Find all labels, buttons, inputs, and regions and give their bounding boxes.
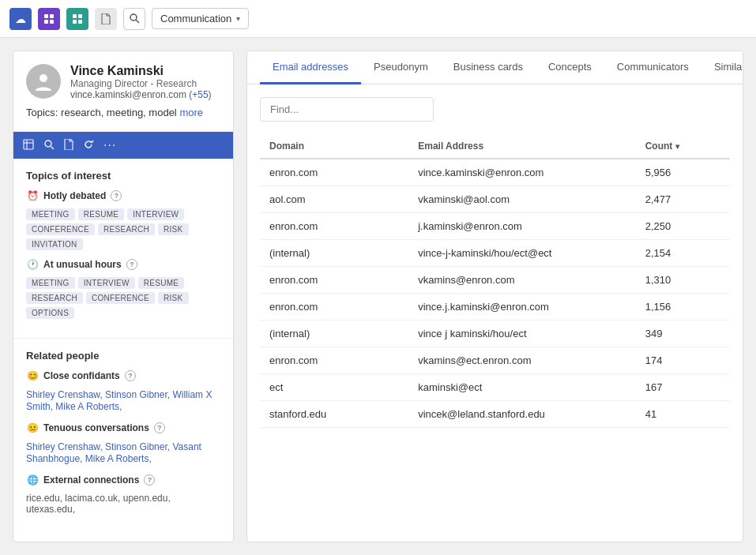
svg-line-15 [51, 146, 55, 149]
more-topics-link[interactable]: more [179, 107, 203, 118]
right-panel: Email addressesPseudonymBusiness cardsCo… [246, 51, 743, 542]
topics-title: Topics of interest [26, 170, 220, 182]
email-cell: vkamins@enron.com [408, 267, 635, 294]
domain-cell: enron.com [260, 159, 408, 186]
email-cell: vince.j.kaminski@enron.com [408, 294, 635, 321]
count-cell: 1,156 [636, 294, 711, 321]
smile-icon: 😊 [26, 369, 39, 382]
count-cell: 2,154 [636, 240, 711, 267]
count-cell: 167 [636, 374, 711, 401]
table-row: enron.com vkamins@ect.enron.com 174 [260, 347, 730, 374]
tab-email[interactable]: Email addresses [260, 51, 361, 84]
unusual-hours-help-icon[interactable]: ? [126, 259, 137, 270]
tag[interactable]: INTERVIEW [78, 277, 135, 289]
tenuous-help-icon[interactable]: ? [154, 422, 165, 433]
find-input[interactable] [260, 97, 434, 122]
top-nav: ☁ Communication ▾ [0, 0, 756, 38]
tag[interactable]: RESUME [138, 277, 185, 289]
close-confidants-people: Shirley Crenshaw, Stinson Gibner, Willia… [26, 388, 220, 412]
toolbar-refresh-icon[interactable] [83, 139, 94, 152]
profile-title: Managing Director - Research [70, 78, 212, 89]
profile-name: Vince Kaminski [70, 64, 212, 78]
svg-rect-7 [78, 20, 82, 24]
count-cell: 349 [636, 321, 711, 347]
action-cell [711, 267, 730, 294]
action-cell [711, 321, 730, 347]
count-header[interactable]: Count ▾ [636, 134, 711, 159]
domain-cell: enron.com [260, 267, 408, 294]
tag[interactable]: OPTIONS [26, 307, 74, 319]
file-nav-icon[interactable] [95, 8, 117, 30]
tabs-bar: Email addressesPseudonymBusiness cardsCo… [247, 51, 743, 84]
svg-point-8 [130, 14, 137, 21]
toolbar-table-icon[interactable] [23, 139, 34, 152]
puzzle-nav-icon[interactable] [38, 8, 60, 30]
tenuous-link[interactable]: Shirley Crenshaw, Stinson Gibner, Vasant… [26, 441, 201, 464]
tag[interactable]: RESUME [78, 208, 125, 220]
profile-email: vince.kaminski@enron.com (+55) [70, 89, 212, 100]
tag[interactable]: RESEARCH [26, 292, 83, 304]
close-confidants-help-icon[interactable]: ? [125, 370, 136, 381]
profile-topics: Topics: research, meeting, model more [26, 107, 220, 118]
domain-cell: enron.com [260, 213, 408, 240]
cloud-nav-icon[interactable]: ☁ [9, 8, 32, 30]
grid-nav-icon[interactable] [66, 8, 88, 30]
tag[interactable]: CONFERENCE [86, 292, 155, 304]
tab-concepts[interactable]: Concepts [536, 51, 604, 84]
action-cell [711, 186, 730, 213]
action-cell [711, 213, 730, 240]
tab-communicators[interactable]: Communicators [604, 51, 701, 84]
table-row: enron.com j.kaminski@enron.com 2,250 [260, 213, 730, 240]
dropdown-caret: ▾ [236, 14, 240, 23]
table-row: enron.com vkamins@enron.com 1,310 [260, 267, 730, 294]
search-nav-icon[interactable] [123, 8, 145, 30]
communication-dropdown[interactable]: Communication ▾ [152, 8, 249, 29]
external-domains: rice.edu, lacima.co.uk, upenn.edu, utexa… [26, 493, 220, 515]
svg-rect-5 [78, 14, 82, 18]
tab-pseudonym[interactable]: Pseudonym [361, 51, 441, 84]
clock2-icon: 🕐 [26, 258, 39, 271]
action-header [711, 134, 730, 159]
action-cell [711, 374, 730, 401]
count-cell: 1,310 [636, 267, 711, 294]
tag[interactable]: RISK [158, 292, 189, 304]
external-connections-title: 🌐 External connections ? [26, 474, 220, 486]
toolbar-more-icon[interactable]: ··· [103, 138, 116, 152]
email-cell: vkamins@ect.enron.com [408, 347, 635, 374]
tab-business[interactable]: Business cards [441, 51, 536, 84]
table-row: ect kaminski@ect 167 [260, 374, 730, 401]
table-row: (internal) vince-j-kaminski/hou/ect@ect … [260, 240, 730, 267]
domain-cell: enron.com [260, 294, 408, 321]
tag[interactable]: CONFERENCE [26, 223, 95, 235]
profile-header: Vince Kaminski Managing Director - Resea… [26, 64, 220, 100]
email-cell: vince-j-kaminski/hou/ect@ect [408, 240, 635, 267]
email-cell: vince j kaminski/hou/ect [408, 321, 635, 347]
hotly-debated-help-icon[interactable]: ? [111, 190, 122, 201]
external-help-icon[interactable]: ? [144, 474, 155, 486]
tag[interactable]: RISK [158, 223, 189, 235]
domain-cell: stanford.edu [260, 401, 408, 428]
tag[interactable]: MEETING [26, 208, 75, 220]
email-cell: vincek@leland.stanford.edu [408, 401, 635, 428]
toolbar-document-icon[interactable] [64, 139, 73, 152]
table-area: Domain Email Address Count ▾ enron.com v… [247, 84, 743, 542]
globe-icon: 🌐 [26, 474, 39, 486]
close-confidants-title: 😊 Close confidants ? [26, 369, 220, 382]
close-confidants-link[interactable]: Shirley Crenshaw, Stinson Gibner, Willia… [26, 389, 212, 412]
hotly-debated-title: ⏰ Hotly debated ? [26, 189, 220, 202]
tab-similar[interactable]: Similar communicators [701, 51, 743, 84]
count-cell: 41 [636, 401, 711, 428]
domain-cell: ect [260, 374, 408, 401]
related-people-title: Related people [26, 350, 220, 362]
table-header: Domain Email Address Count ▾ [260, 134, 730, 159]
sidebar-card: Vince Kaminski Managing Director - Resea… [13, 51, 234, 542]
svg-rect-0 [44, 14, 48, 18]
domain-cell: (internal) [260, 240, 408, 267]
email-table: Domain Email Address Count ▾ enron.com v… [260, 134, 730, 428]
svg-point-10 [39, 74, 47, 82]
toolbar-search-icon[interactable] [43, 139, 55, 152]
tag[interactable]: MEETING [26, 277, 75, 289]
tag[interactable]: INTERVIEW [127, 208, 184, 220]
tag[interactable]: INVITATION [26, 238, 83, 250]
tag[interactable]: RESEARCH [98, 223, 155, 235]
